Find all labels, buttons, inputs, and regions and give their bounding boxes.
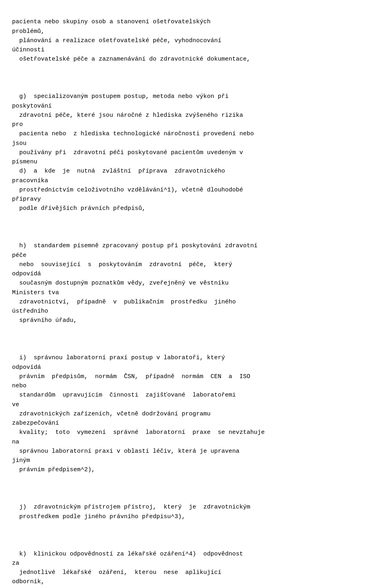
text-paragraph-intro: pacienta nebo skupiny osob a stanovení o… — [12, 18, 250, 63]
text-paragraph-j: j) zdravotnickým přístrojem přístroj, kt… — [12, 504, 250, 520]
text-paragraph-h: h) standardem písemně zpracovaný postup … — [12, 242, 257, 324]
text-paragraph-g: g) specializovaným postupem postup, meto… — [12, 93, 254, 212]
text-paragraph-k: k) klinickou odpovědností za lékařské oz… — [12, 551, 250, 588]
text-paragraph-i: i) správnou laboratorní praxí postup v l… — [12, 354, 265, 473]
document-content: pacienta nebo skupiny osob a stanovení o… — [12, 8, 373, 588]
